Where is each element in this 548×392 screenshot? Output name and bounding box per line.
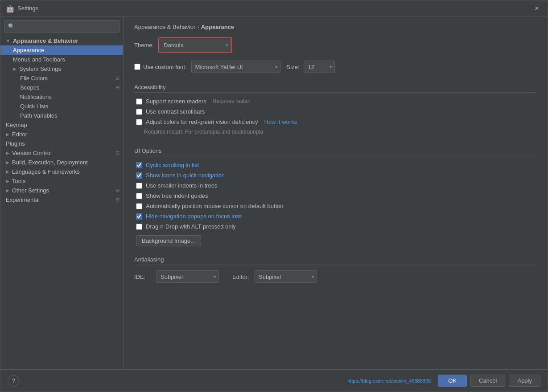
sidebar-item-languages-frameworks[interactable]: ▶ Languages & Frameworks xyxy=(0,167,123,176)
sidebar-item-label: Quick Lists xyxy=(20,103,49,110)
editor-antialias-select[interactable]: Subpixel Greyscale No antialiasing xyxy=(255,270,317,283)
help-button[interactable]: ? xyxy=(8,375,19,387)
drag-n-drop-row: Drag-n-Drop with ALT pressed only xyxy=(134,223,537,230)
footer-right: https://blog.csdn.net/weixin_45888898 OK… xyxy=(347,375,540,387)
font-select[interactable]: Microsoft YaHei UI Arial Segoe UI Tahoma xyxy=(191,61,280,73)
footer: ? https://blog.csdn.net/weixin_45888898 … xyxy=(0,369,548,392)
drag-n-drop-checkbox[interactable] xyxy=(136,224,142,230)
sidebar-item-menus-toolbars[interactable]: Menus and Toolbars xyxy=(0,55,123,64)
sidebar-item-label: Scopes xyxy=(20,84,39,91)
size-select-wrapper: 10 11 12 13 14 16 xyxy=(304,61,335,73)
contrast-scrollbars-label[interactable]: Use contrast scrollbars xyxy=(146,108,205,115)
sidebar-item-build-execution[interactable]: ▶ Build, Execution, Deployment xyxy=(0,158,123,167)
apply-button[interactable]: Apply xyxy=(509,375,540,387)
cyclic-scrolling-checkbox[interactable] xyxy=(136,162,142,168)
drag-n-drop-label[interactable]: Drag-n-Drop with ALT pressed only xyxy=(146,223,236,230)
auto-cursor-row: Automatically position mouse cursor on d… xyxy=(134,203,537,209)
theme-select[interactable]: Darcula IntelliJ High contrast Windows 1… xyxy=(160,39,231,51)
sidebar-item-label: Appearance & Behavior xyxy=(13,37,78,44)
smaller-indents-row: Use smaller indents in trees xyxy=(134,182,537,189)
search-box[interactable]: 🔍 xyxy=(4,20,119,33)
show-icons-label[interactable]: Show icons in quick navigation xyxy=(146,172,225,179)
sidebar-item-path-variables[interactable]: Path Variables xyxy=(0,111,123,120)
sidebar-item-label: File Colors xyxy=(20,75,48,82)
accessibility-section: Accessibility Support screen readers Req… xyxy=(134,84,537,138)
size-label: Size: xyxy=(287,64,300,70)
expand-arrow: ▼ xyxy=(6,38,10,43)
background-image-button[interactable]: Background Image... xyxy=(136,235,201,246)
editor-select-wrapper: Subpixel Greyscale No antialiasing xyxy=(255,270,317,283)
cyclic-scrolling-label[interactable]: Cyclic scrolling in list xyxy=(146,162,199,168)
expand-arrow: ▶ xyxy=(6,169,9,174)
breadcrumb-parent: Appearance & Behavior xyxy=(134,24,195,30)
sidebar-item-scopes[interactable]: Scopes ⊟ xyxy=(0,83,123,92)
font-row: Use custom font: Microsoft YaHei UI Aria… xyxy=(134,61,537,73)
antialias-ide-row: IDE: Subpixel Greyscale No antialiasing … xyxy=(134,270,537,283)
sidebar-item-file-colors[interactable]: File Colors ⊟ xyxy=(0,74,123,83)
contrast-scrollbars-checkbox[interactable] xyxy=(136,109,142,115)
adjust-colors-checkbox[interactable] xyxy=(136,119,142,125)
sidebar-item-label: Path Variables xyxy=(20,112,58,119)
custom-font-checkbox[interactable] xyxy=(134,64,140,70)
search-input[interactable] xyxy=(17,23,115,29)
expand-arrow: ▶ xyxy=(13,66,16,71)
auto-cursor-checkbox[interactable] xyxy=(136,203,142,209)
hide-nav-label[interactable]: Hide navigation popups on focus loss xyxy=(146,213,242,220)
sidebar-item-label: Tools xyxy=(12,178,25,184)
sidebar-item-appearance-behavior[interactable]: ▼ Appearance & Behavior xyxy=(0,36,123,45)
sidebar-item-label: Build, Execution, Deployment xyxy=(12,159,88,166)
footer-url: https://blog.csdn.net/weixin_45888898 xyxy=(347,378,431,384)
titlebar: 🤖 Settings × xyxy=(0,0,548,16)
editor-label: Editor: xyxy=(232,274,250,280)
settings-window: 🤖 Settings × 🔍 ▼ Appearance & Behavior A… xyxy=(0,0,548,392)
theme-select-wrapper: Darcula IntelliJ High contrast Windows 1… xyxy=(160,39,231,51)
adjust-colors-sub: Requires restart. For protanopia and deu… xyxy=(144,129,537,135)
sidebar-item-label: Other Settings xyxy=(12,187,49,194)
ok-button[interactable]: OK xyxy=(438,375,467,387)
breadcrumb: Appearance & Behavior › Appearance xyxy=(134,24,537,30)
sidebar-item-quick-lists[interactable]: Quick Lists xyxy=(0,102,123,111)
sidebar-item-other-settings[interactable]: ▶ Other Settings ⊟ xyxy=(0,186,123,195)
expand-arrow: ▶ xyxy=(6,188,9,193)
window-title: Settings xyxy=(17,5,38,12)
expand-arrow: ▶ xyxy=(6,151,9,155)
hide-nav-checkbox[interactable] xyxy=(136,213,142,220)
font-select-wrapper: Microsoft YaHei UI Arial Segoe UI Tahoma xyxy=(191,61,280,73)
ide-antialias-select[interactable]: Subpixel Greyscale No antialiasing xyxy=(157,270,219,283)
cyclic-scrolling-row: Cyclic scrolling in list xyxy=(134,162,537,168)
smaller-indents-checkbox[interactable] xyxy=(136,183,142,189)
search-icon: 🔍 xyxy=(8,23,15,29)
custom-font-label[interactable]: Use custom font: xyxy=(143,64,187,70)
support-screen-readers-checkbox[interactable] xyxy=(136,98,142,105)
close-button[interactable]: × xyxy=(532,3,542,14)
smaller-indents-label[interactable]: Use smaller indents in trees xyxy=(146,182,217,189)
show-icons-checkbox[interactable] xyxy=(136,172,142,179)
antialiasing-section: Antialiasing IDE: Subpixel Greyscale No … xyxy=(134,256,537,286)
support-screen-readers-label[interactable]: Support screen readers xyxy=(146,98,206,105)
app-icon: 🤖 xyxy=(6,4,14,12)
sidebar-item-plugins[interactable]: Plugins xyxy=(0,139,123,148)
sidebar-item-appearance[interactable]: Appearance xyxy=(0,45,123,55)
sidebar-item-keymap[interactable]: Keymap xyxy=(0,120,123,130)
sidebar-item-editor[interactable]: ▶ Editor xyxy=(0,130,123,139)
sidebar-item-experimental[interactable]: Experimental ⊟ xyxy=(0,195,123,204)
support-screen-readers-note: Requires restart xyxy=(213,98,251,104)
adjust-colors-label[interactable]: Adjust colors for red-green vision defic… xyxy=(146,118,258,125)
tree-indent-label[interactable]: Show tree indent guides xyxy=(146,192,208,199)
cancel-button[interactable]: Cancel xyxy=(470,375,505,387)
badge-icon: ⊟ xyxy=(115,75,119,81)
sidebar-item-tools[interactable]: ▶ Tools xyxy=(0,176,123,186)
sidebar-item-notifications[interactable]: Notifications xyxy=(0,92,123,102)
sidebar-item-label: Version Control xyxy=(12,150,52,156)
sidebar-item-label: Menus and Toolbars xyxy=(13,56,65,63)
show-icons-row: Show icons in quick navigation xyxy=(134,172,537,179)
sidebar-item-label: Experimental xyxy=(6,196,40,203)
auto-cursor-label[interactable]: Automatically position mouse cursor on d… xyxy=(146,203,284,209)
ide-label: IDE: xyxy=(134,274,152,280)
size-select[interactable]: 10 11 12 13 14 16 xyxy=(304,61,335,73)
sidebar-item-version-control[interactable]: ▶ Version Control ⊟ xyxy=(0,148,123,158)
tree-indent-row: Show tree indent guides xyxy=(134,192,537,199)
how-it-works-link[interactable]: How it works xyxy=(264,118,297,125)
sidebar-item-system-settings[interactable]: ▶ System Settings xyxy=(0,64,123,74)
tree-indent-checkbox[interactable] xyxy=(136,193,142,199)
